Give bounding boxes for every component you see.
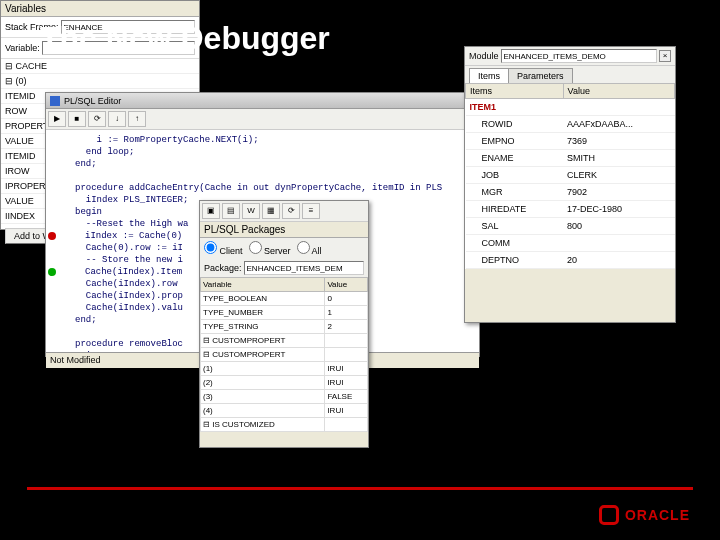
toolbar-button[interactable]: ↓	[108, 111, 126, 127]
table-row[interactable]: (1)IRUI	[201, 362, 368, 376]
editor-titlebar[interactable]: PL/SQL Editor	[46, 93, 479, 109]
table-row[interactable]: SAL800	[466, 218, 675, 235]
table-row[interactable]: JOBCLERK	[466, 167, 675, 184]
package-label: Package:	[204, 263, 242, 273]
table-row[interactable]: TYPE_BOOLEAN0	[201, 292, 368, 306]
radio-all[interactable]: All	[297, 241, 322, 256]
variable-label: Variable:	[5, 43, 40, 53]
table-row[interactable]: DEPTNO20	[466, 252, 675, 269]
packages-table: Variable Value TYPE_BOOLEAN0TYPE_NUMBER1…	[200, 277, 368, 432]
toolbar-button[interactable]: ≡	[302, 203, 320, 219]
table-row[interactable]: ⊟ CACHE	[1, 59, 199, 74]
tab-parameters[interactable]: Parameters	[508, 68, 573, 83]
tab-items[interactable]: Items	[469, 68, 509, 83]
toolbar-button[interactable]: ⟳	[88, 111, 106, 127]
packages-scope-radios: Client Server All	[200, 238, 368, 259]
packages-toolbar: ▣ ▤ W ▦ ⟳ ≡	[200, 201, 368, 222]
table-row[interactable]: TYPE_STRING2	[201, 320, 368, 334]
table-row[interactable]: ROWIDAAAFxDAABA...	[466, 116, 675, 133]
radio-server[interactable]: Server	[249, 241, 291, 256]
oracle-logo: ORACLE	[599, 505, 690, 525]
module-tabs: Items Parameters	[465, 66, 675, 83]
table-row[interactable]: (3)FALSE	[201, 390, 368, 404]
module-input[interactable]	[501, 49, 657, 63]
packages-col-var: Variable	[201, 278, 325, 292]
packages-title: PL/SQL Packages	[200, 222, 368, 238]
table-row[interactable]: ⊟ CUSTOMPROPERT	[201, 348, 368, 362]
table-row[interactable]: HIREDATE17-DEC-1980	[466, 201, 675, 218]
editor-toolbar: ▶ ■ ⟳ ↓ ↑	[46, 109, 479, 130]
table-row[interactable]: EMPNO7369	[466, 133, 675, 150]
package-input[interactable]	[244, 261, 364, 275]
mod-col-items: Items	[466, 84, 564, 99]
toolbar-button[interactable]: ↑	[128, 111, 146, 127]
slide-title: The New Debugger	[40, 20, 330, 57]
table-row[interactable]: COMM	[466, 235, 675, 252]
table-row[interactable]: ENAMESMITH	[466, 150, 675, 167]
close-icon[interactable]: ×	[659, 50, 671, 62]
toolbar-button[interactable]: ▣	[202, 203, 220, 219]
toolbar-button[interactable]: ▦	[262, 203, 280, 219]
variables-header: Variables	[1, 1, 199, 17]
table-row[interactable]: (4)IRUI	[201, 404, 368, 418]
table-row[interactable]: MGR7902	[466, 184, 675, 201]
radio-client[interactable]: Client	[204, 241, 243, 256]
table-row[interactable]: (2)IRUI	[201, 376, 368, 390]
editor-title: PL/SQL Editor	[64, 96, 121, 106]
editor-icon	[50, 96, 60, 106]
mod-col-value: Value	[563, 84, 674, 99]
toolbar-button[interactable]: ■	[68, 111, 86, 127]
table-row[interactable]: TYPE_NUMBER1	[201, 306, 368, 320]
footer: ORACLE	[0, 490, 720, 540]
toolbar-button[interactable]: W	[242, 203, 260, 219]
module-table: Items Value ITEM1 ROWIDAAAFxDAABA...EMPN…	[465, 83, 675, 269]
mod-section: ITEM1	[466, 99, 675, 116]
toolbar-button[interactable]: ▤	[222, 203, 240, 219]
module-window: Module × Items Parameters Items Value IT…	[464, 46, 676, 323]
table-row[interactable]: ⊟ IS CUSTOMIZED	[201, 418, 368, 432]
oracle-logo-text: ORACLE	[625, 507, 690, 523]
module-label: Module	[469, 51, 499, 61]
table-row[interactable]: ⊟ (0)	[1, 74, 199, 89]
oracle-o-icon	[599, 505, 619, 525]
packages-col-val: Value	[325, 278, 368, 292]
toolbar-button[interactable]: ⟳	[282, 203, 300, 219]
packages-window: ▣ ▤ W ▦ ⟳ ≡ PL/SQL Packages Client Serve…	[199, 200, 369, 448]
table-row[interactable]: ⊟ CUSTOMPROPERT	[201, 334, 368, 348]
toolbar-button[interactable]: ▶	[48, 111, 66, 127]
